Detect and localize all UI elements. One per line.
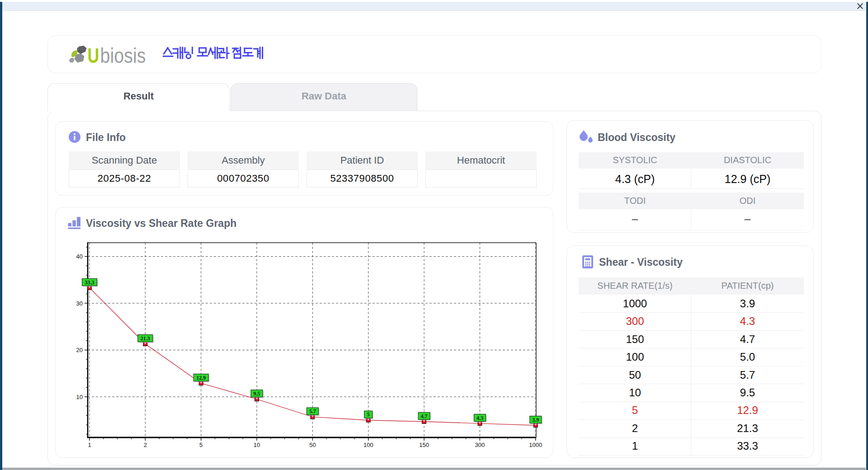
svg-text:10: 10 <box>254 442 260 448</box>
svg-text:300: 300 <box>475 442 485 448</box>
svg-text:5: 5 <box>367 411 370 418</box>
svg-text:9.5: 9.5 <box>254 390 260 397</box>
svg-text:10: 10 <box>76 394 83 400</box>
svg-text:33.3: 33.3 <box>85 279 94 286</box>
svg-text:30: 30 <box>76 300 83 307</box>
svg-text:100: 100 <box>363 442 373 448</box>
svg-text:5: 5 <box>199 442 203 448</box>
svg-text:150: 150 <box>419 442 429 448</box>
svg-text:20: 20 <box>76 347 83 353</box>
svg-text:1: 1 <box>88 442 91 448</box>
svg-text:3.9: 3.9 <box>532 417 539 423</box>
svg-text:40: 40 <box>76 253 83 260</box>
svg-text:biosis: biosis <box>100 43 146 66</box>
svg-text:4.7: 4.7 <box>421 413 428 419</box>
svg-text:50: 50 <box>309 442 316 448</box>
svg-text:21.3: 21.3 <box>141 335 150 342</box>
svg-text:2: 2 <box>144 442 147 448</box>
svg-text:5.7: 5.7 <box>309 408 316 414</box>
svg-text:4.3: 4.3 <box>476 415 483 421</box>
svg-text:U: U <box>88 43 99 66</box>
svg-text:1000: 1000 <box>529 442 542 448</box>
svg-text:12.9: 12.9 <box>196 375 206 381</box>
